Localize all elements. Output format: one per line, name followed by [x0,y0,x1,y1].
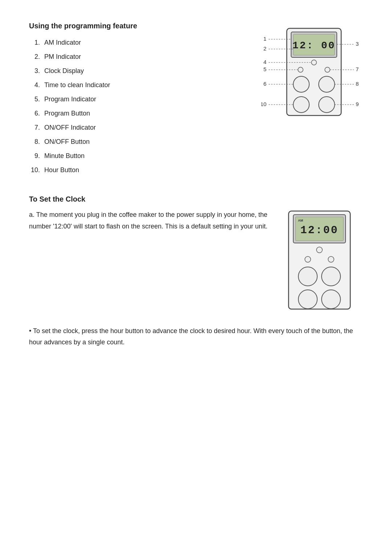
item-num-9: 9. [29,152,40,160]
item-text-7: ON/OFF Indicator [44,124,96,131]
list-item-1: 1. AM Indicator [29,39,247,46]
item-text-8: ON/OFF Button [44,138,90,146]
svg-text:1: 1 [264,36,266,42]
list-item-7: 7. ON/OFF Indicator [29,124,247,131]
svg-text:4: 4 [264,59,266,65]
item-num-8: 8. [29,138,40,146]
svg-point-7 [293,76,309,92]
svg-point-10 [319,97,335,113]
svg-text:10: 10 [261,101,266,107]
svg-text:AM: AM [298,219,303,222]
second-diagram-area: AM 12:00 [283,209,363,318]
item-text-9: Minute Button [44,152,85,160]
set-clock-title: To Set the Clock [29,195,363,203]
svg-text:6: 6 [264,81,266,87]
svg-text:5: 5 [264,66,266,72]
svg-text:12: 00: 12: 00 [293,40,336,51]
svg-point-40 [322,267,340,286]
svg-point-38 [328,256,334,262]
list-item-2: 2. PM Indicator [29,53,247,61]
top-diagram-area: 12: 00 1 2 [261,22,363,181]
item-text-5: Program Indicator [44,96,96,103]
numbered-list: Using the programming feature 1. AM Indi… [29,22,247,181]
svg-point-36 [317,247,322,253]
svg-point-37 [305,256,311,262]
svg-point-5 [298,67,303,72]
svg-point-41 [298,290,317,309]
svg-point-4 [311,60,317,65]
programming-title: Using the programming feature [29,22,247,30]
list-item-10: 10. Hour Button [29,166,247,174]
svg-point-9 [293,97,309,113]
item-num-2: 2. [29,53,40,61]
second-device-diagram: AM 12:00 [283,209,356,318]
svg-text:12:00: 12:00 [300,224,338,236]
item-num-10: 10. [29,166,40,174]
svg-text:7: 7 [356,66,359,72]
svg-text:2: 2 [264,45,266,52]
svg-point-42 [322,290,340,309]
item-text-6: Program Button [44,110,90,117]
item-text-10: Hour Button [44,166,79,174]
list-item-9: 9. Minute Button [29,152,247,160]
set-clock-section: To Set the Clock a. The moment you plug … [29,195,363,348]
top-device-diagram: 12: 00 1 2 [261,25,359,149]
item-num-6: 6. [29,110,40,117]
item-num-4: 4. [29,81,40,89]
list-item-4: 4. Time to clean Indicator [29,81,247,89]
para-a-text: The moment you plug in the coffee maker … [29,211,268,230]
svg-text:8: 8 [356,81,359,87]
bullet-text: • To set the clock, press the hour butto… [29,325,363,348]
list-item-8: 8. ON/OFF Button [29,138,247,146]
bullet-paragraph: • To set the clock, press the hour butto… [29,325,363,348]
set-clock-text-area: a. The moment you plug in the coffee mak… [29,209,272,238]
para-a-label: a. [29,211,36,218]
svg-text:9: 9 [356,101,359,107]
svg-point-39 [298,267,317,286]
svg-text:3: 3 [356,41,359,47]
item-text-4: Time to clean Indicator [44,81,110,89]
list-item-3: 3. Clock Display [29,67,247,75]
item-text-2: PM Indicator [44,53,81,61]
svg-point-8 [319,76,335,92]
programming-section: Using the programming feature 1. AM Indi… [29,22,363,181]
item-num-3: 3. [29,67,40,75]
item-num-5: 5. [29,96,40,103]
list-item-5: 5. Program Indicator [29,96,247,103]
list-item-6: 6. Program Button [29,110,247,117]
item-num-1: 1. [29,39,40,46]
item-num-7: 7. [29,124,40,131]
item-text-1: AM Indicator [44,39,81,46]
item-text-3: Clock Display [44,67,84,75]
svg-point-6 [325,67,330,72]
